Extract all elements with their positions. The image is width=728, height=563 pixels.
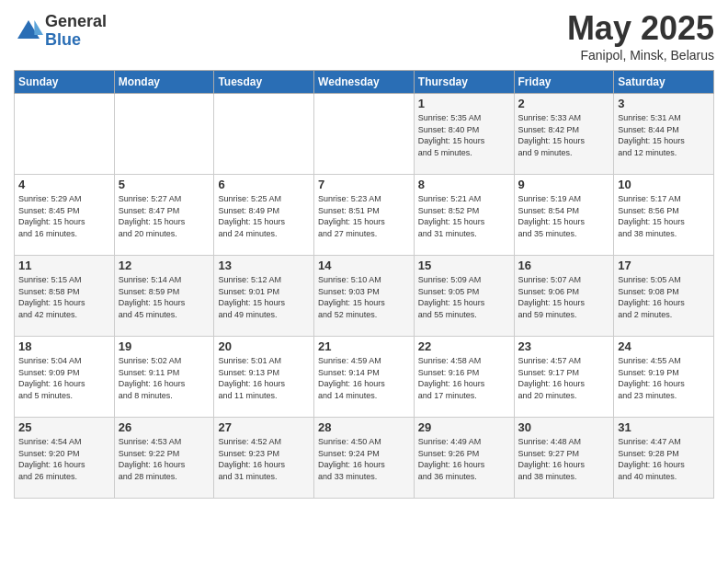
day-number: 20 <box>218 339 310 353</box>
day-cell: 21Sunrise: 4:59 AM Sunset: 9:14 PM Dayli… <box>314 337 415 418</box>
day-cell: 19Sunrise: 5:02 AM Sunset: 9:11 PM Dayli… <box>114 337 214 418</box>
day-cell: 26Sunrise: 4:53 AM Sunset: 9:22 PM Dayli… <box>114 418 214 499</box>
calendar-body: 1Sunrise: 5:35 AM Sunset: 8:40 PM Daylig… <box>15 94 714 499</box>
day-info: Sunrise: 5:19 AM Sunset: 8:54 PM Dayligh… <box>518 193 610 239</box>
day-cell: 7Sunrise: 5:23 AM Sunset: 8:51 PM Daylig… <box>314 175 415 256</box>
day-cell: 24Sunrise: 4:55 AM Sunset: 9:19 PM Dayli… <box>614 337 714 418</box>
day-number: 29 <box>418 420 510 434</box>
day-cell <box>114 94 214 175</box>
day-number: 7 <box>318 178 410 191</box>
day-cell <box>214 94 314 175</box>
header-sunday: Sunday <box>15 71 115 94</box>
header-row: SundayMondayTuesdayWednesdayThursdayFrid… <box>15 71 714 94</box>
logo-general-text: General <box>45 13 107 31</box>
week-row-1: 1Sunrise: 5:35 AM Sunset: 8:40 PM Daylig… <box>15 94 714 175</box>
day-cell: 28Sunrise: 4:50 AM Sunset: 9:24 PM Dayli… <box>314 418 415 499</box>
day-number: 24 <box>618 339 710 353</box>
day-number: 4 <box>18 178 110 191</box>
day-number: 12 <box>119 259 210 272</box>
day-cell: 23Sunrise: 4:57 AM Sunset: 9:17 PM Dayli… <box>514 337 614 418</box>
week-row-5: 25Sunrise: 4:54 AM Sunset: 9:20 PM Dayli… <box>15 418 714 499</box>
day-number: 2 <box>518 97 610 110</box>
header-friday: Friday <box>514 71 614 94</box>
day-info: Sunrise: 5:17 AM Sunset: 8:56 PM Dayligh… <box>618 193 710 239</box>
header-tuesday: Tuesday <box>214 71 314 94</box>
day-number: 8 <box>418 178 510 191</box>
day-info: Sunrise: 4:58 AM Sunset: 9:16 PM Dayligh… <box>418 355 510 401</box>
day-info: Sunrise: 5:29 AM Sunset: 8:45 PM Dayligh… <box>18 193 110 239</box>
header-wednesday: Wednesday <box>314 71 415 94</box>
day-number: 10 <box>618 178 710 191</box>
day-info: Sunrise: 5:05 AM Sunset: 9:08 PM Dayligh… <box>618 274 710 320</box>
subtitle: Fanipol, Minsk, Belarus <box>567 48 714 63</box>
day-info: Sunrise: 5:15 AM Sunset: 8:58 PM Dayligh… <box>18 274 110 320</box>
day-cell: 4Sunrise: 5:29 AM Sunset: 8:45 PM Daylig… <box>15 175 115 256</box>
day-info: Sunrise: 4:57 AM Sunset: 9:17 PM Dayligh… <box>518 355 610 401</box>
day-info: Sunrise: 5:33 AM Sunset: 8:42 PM Dayligh… <box>518 112 610 158</box>
day-number: 15 <box>418 259 510 272</box>
day-info: Sunrise: 4:50 AM Sunset: 9:24 PM Dayligh… <box>318 436 410 482</box>
day-info: Sunrise: 4:47 AM Sunset: 9:28 PM Dayligh… <box>618 436 710 482</box>
day-number: 22 <box>418 339 510 353</box>
day-info: Sunrise: 4:52 AM Sunset: 9:23 PM Dayligh… <box>218 436 310 482</box>
calendar-table: SundayMondayTuesdayWednesdayThursdayFrid… <box>14 70 714 499</box>
day-cell: 27Sunrise: 4:52 AM Sunset: 9:23 PM Dayli… <box>214 418 314 499</box>
day-cell: 16Sunrise: 5:07 AM Sunset: 9:06 PM Dayli… <box>514 256 614 337</box>
day-number: 11 <box>18 259 110 272</box>
day-cell: 3Sunrise: 5:31 AM Sunset: 8:44 PM Daylig… <box>614 94 714 175</box>
day-number: 23 <box>518 339 610 353</box>
day-info: Sunrise: 5:27 AM Sunset: 8:47 PM Dayligh… <box>119 193 210 239</box>
day-number: 30 <box>518 420 610 434</box>
logo-text: General Blue <box>45 13 107 50</box>
day-info: Sunrise: 4:54 AM Sunset: 9:20 PM Dayligh… <box>18 436 110 482</box>
header-saturday: Saturday <box>614 71 714 94</box>
day-info: Sunrise: 4:48 AM Sunset: 9:27 PM Dayligh… <box>518 436 610 482</box>
day-info: Sunrise: 5:12 AM Sunset: 9:01 PM Dayligh… <box>218 274 310 320</box>
day-number: 28 <box>318 420 410 434</box>
day-number: 17 <box>618 259 710 272</box>
day-cell: 14Sunrise: 5:10 AM Sunset: 9:03 PM Dayli… <box>314 256 415 337</box>
day-info: Sunrise: 5:04 AM Sunset: 9:09 PM Dayligh… <box>18 355 110 401</box>
day-number: 1 <box>418 97 510 110</box>
day-number: 13 <box>218 259 310 272</box>
day-info: Sunrise: 5:10 AM Sunset: 9:03 PM Dayligh… <box>318 274 410 320</box>
day-number: 21 <box>318 339 410 353</box>
week-row-2: 4Sunrise: 5:29 AM Sunset: 8:45 PM Daylig… <box>15 175 714 256</box>
day-number: 3 <box>618 97 710 110</box>
day-number: 18 <box>18 339 110 353</box>
day-info: Sunrise: 5:23 AM Sunset: 8:51 PM Dayligh… <box>318 193 410 239</box>
day-number: 19 <box>119 339 210 353</box>
day-cell: 29Sunrise: 4:49 AM Sunset: 9:26 PM Dayli… <box>414 418 514 499</box>
day-info: Sunrise: 5:01 AM Sunset: 9:13 PM Dayligh… <box>218 355 310 401</box>
day-cell: 18Sunrise: 5:04 AM Sunset: 9:09 PM Dayli… <box>15 337 115 418</box>
day-number: 25 <box>18 420 110 434</box>
day-info: Sunrise: 5:25 AM Sunset: 8:49 PM Dayligh… <box>218 193 310 239</box>
day-info: Sunrise: 5:02 AM Sunset: 9:11 PM Dayligh… <box>119 355 210 401</box>
day-info: Sunrise: 4:53 AM Sunset: 9:22 PM Dayligh… <box>119 436 210 482</box>
day-info: Sunrise: 4:55 AM Sunset: 9:19 PM Dayligh… <box>618 355 710 401</box>
day-cell: 10Sunrise: 5:17 AM Sunset: 8:56 PM Dayli… <box>614 175 714 256</box>
day-cell: 31Sunrise: 4:47 AM Sunset: 9:28 PM Dayli… <box>614 418 714 499</box>
logo: General Blue <box>14 13 107 50</box>
logo-icon <box>14 17 43 46</box>
day-info: Sunrise: 5:14 AM Sunset: 8:59 PM Dayligh… <box>119 274 210 320</box>
header-thursday: Thursday <box>414 71 514 94</box>
week-row-3: 11Sunrise: 5:15 AM Sunset: 8:58 PM Dayli… <box>15 256 714 337</box>
day-number: 5 <box>119 178 210 191</box>
day-number: 31 <box>618 420 710 434</box>
header: General Blue May 2025 Fanipol, Minsk, Be… <box>14 9 714 63</box>
day-info: Sunrise: 5:35 AM Sunset: 8:40 PM Dayligh… <box>418 112 510 158</box>
day-number: 6 <box>218 178 310 191</box>
day-info: Sunrise: 5:07 AM Sunset: 9:06 PM Dayligh… <box>518 274 610 320</box>
day-number: 9 <box>518 178 610 191</box>
day-cell: 8Sunrise: 5:21 AM Sunset: 8:52 PM Daylig… <box>414 175 514 256</box>
day-cell: 20Sunrise: 5:01 AM Sunset: 9:13 PM Dayli… <box>214 337 314 418</box>
day-info: Sunrise: 5:21 AM Sunset: 8:52 PM Dayligh… <box>418 193 510 239</box>
day-cell: 2Sunrise: 5:33 AM Sunset: 8:42 PM Daylig… <box>514 94 614 175</box>
day-cell: 25Sunrise: 4:54 AM Sunset: 9:20 PM Dayli… <box>15 418 115 499</box>
day-number: 16 <box>518 259 610 272</box>
day-info: Sunrise: 5:09 AM Sunset: 9:05 PM Dayligh… <box>418 274 510 320</box>
day-cell: 12Sunrise: 5:14 AM Sunset: 8:59 PM Dayli… <box>114 256 214 337</box>
day-cell: 15Sunrise: 5:09 AM Sunset: 9:05 PM Dayli… <box>414 256 514 337</box>
day-number: 14 <box>318 259 410 272</box>
